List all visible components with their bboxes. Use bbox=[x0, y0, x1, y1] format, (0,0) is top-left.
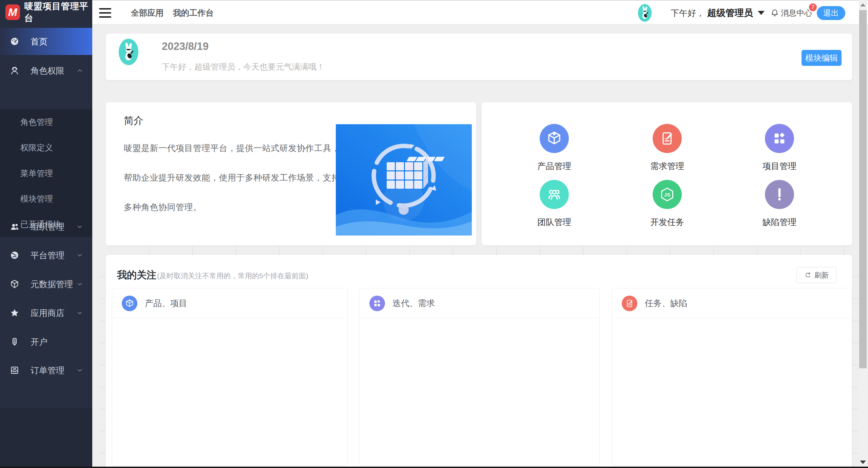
badge-icon bbox=[9, 337, 20, 347]
module-circle bbox=[765, 180, 794, 209]
follow-header: 我的关注 (及时取消关注不常用的，常用的5个排在最前面) bbox=[117, 268, 308, 282]
scroll-up-arrow-icon[interactable] bbox=[859, 0, 867, 10]
sidebar-item-home[interactable]: 首页 bbox=[0, 28, 92, 55]
sidebar-subitem-permission-definition[interactable]: 权限定义 bbox=[0, 135, 92, 160]
cube-icon bbox=[9, 279, 20, 289]
sidebar-bottom-fill bbox=[0, 408, 92, 468]
sidebar-item-label: 元数据管理 bbox=[31, 279, 73, 290]
sidebar-subitem-role-management[interactable]: 角色管理 bbox=[0, 109, 92, 135]
greeting-prefix: 下午好， bbox=[671, 7, 705, 19]
sidebar-item-app-store[interactable]: 应用商店 bbox=[0, 299, 92, 326]
intro-body: 唛盟是新一代项目管理平台，提供一站式研发协作工具，帮助企业提升研发效能，使用于多… bbox=[124, 133, 341, 222]
welcome-date: 2023/8/19 bbox=[162, 40, 209, 53]
follow-card-header: 产品、项目 bbox=[112, 288, 347, 318]
sidebar-item-label: 角色权限 bbox=[31, 65, 64, 76]
platform-illustration bbox=[336, 124, 472, 236]
vertical-scrollbar[interactable] bbox=[859, 0, 867, 468]
follow-card-header: 迭代、需求 bbox=[360, 288, 599, 318]
sidebar-item-label: 首页 bbox=[31, 36, 47, 47]
chevron-down-icon bbox=[76, 223, 83, 230]
chevron-up-icon bbox=[76, 67, 83, 74]
sidebar-item-org-management[interactable]: 组织管理 bbox=[0, 213, 92, 240]
intro-title: 简介 bbox=[124, 114, 143, 128]
chevron-down-icon bbox=[76, 367, 83, 374]
follow-card-title: 任务、缺陷 bbox=[645, 298, 687, 309]
cube-icon bbox=[125, 299, 134, 308]
follow-card-product-project[interactable]: 产品、项目 bbox=[112, 288, 348, 466]
refresh-icon bbox=[804, 272, 812, 279]
scroll-down-arrow-icon[interactable] bbox=[859, 458, 867, 467]
module-label: 团队管理 bbox=[527, 217, 581, 228]
module-circle bbox=[540, 180, 569, 209]
module-label: 产品管理 bbox=[527, 161, 581, 172]
hamburger-menu-icon[interactable] bbox=[99, 8, 111, 18]
refresh-button[interactable]: 刷新 bbox=[796, 267, 836, 283]
module-dev-tasks[interactable]: JS 开发任务 bbox=[640, 180, 694, 228]
logout-button[interactable]: 退出 bbox=[817, 6, 845, 20]
user-avatar[interactable] bbox=[638, 4, 652, 22]
chevron-down-icon bbox=[76, 280, 83, 288]
module-circle bbox=[765, 124, 794, 153]
exclamation-icon bbox=[771, 186, 788, 203]
role-headset-icon bbox=[9, 65, 20, 76]
app-logo: M bbox=[5, 4, 20, 20]
sidebar-item-label: 平台管理 bbox=[31, 250, 64, 261]
module-product-management[interactable]: 产品管理 bbox=[527, 124, 581, 172]
users-icon bbox=[9, 222, 20, 232]
chevron-down-icon bbox=[758, 11, 765, 15]
scrollbar-thumb[interactable] bbox=[859, 10, 867, 368]
star-icon bbox=[9, 308, 20, 318]
team-icon bbox=[546, 186, 562, 203]
follow-card-title: 产品、项目 bbox=[145, 298, 187, 309]
module-edit-button[interactable]: 模块编辑 bbox=[802, 50, 842, 66]
follow-subtitle: (及时取消关注不常用的，常用的5个排在最前面) bbox=[157, 271, 308, 281]
main-content: 2023/8/19 下午好，超级管理员，今天也要元气满满哦！ 模块编辑 简介 唛… bbox=[92, 24, 868, 468]
blocks-icon bbox=[771, 130, 788, 147]
sidebar-item-label: 应用商店 bbox=[31, 307, 64, 319]
sidebar-item-open-account[interactable]: 开户 bbox=[0, 328, 92, 355]
module-defect-management[interactable]: 缺陷管理 bbox=[752, 180, 807, 228]
greeting-username: 超级管理员 bbox=[707, 7, 753, 19]
modules-panel: 产品管理 需求管理 bbox=[482, 102, 852, 245]
sidebar-item-role-permission[interactable]: 角色权限 bbox=[0, 57, 92, 84]
cube-icon bbox=[546, 130, 562, 147]
follow-card-iteration-requirement[interactable]: 迭代、需求 bbox=[360, 288, 600, 466]
module-label: 缺陷管理 bbox=[752, 217, 807, 228]
sidebar-item-order-management[interactable]: 订单管理 bbox=[0, 357, 92, 384]
sidebar-item-metadata-management[interactable]: 元数据管理 bbox=[0, 270, 92, 298]
refresh-label: 刷新 bbox=[814, 270, 829, 280]
intro-panel: 简介 唛盟是新一代项目管理平台，提供一站式研发协作工具，帮助企业提升研发效能，使… bbox=[106, 102, 476, 245]
rabbit-avatar-icon bbox=[120, 41, 137, 63]
sidebar-subitem-module-management[interactable]: 模块管理 bbox=[0, 186, 92, 211]
module-circle: JS bbox=[653, 180, 682, 209]
svg-text:JS: JS bbox=[664, 192, 670, 198]
sidebar-subitem-menu-management[interactable]: 菜单管理 bbox=[0, 161, 92, 186]
nav-all-apps[interactable]: 全部应用 bbox=[131, 1, 163, 25]
dashboard-icon bbox=[9, 36, 20, 46]
card-circle bbox=[622, 296, 637, 311]
nav-my-workbench[interactable]: 我的工作台 bbox=[173, 1, 214, 25]
module-project-management[interactable]: 项目管理 bbox=[752, 124, 807, 172]
module-label: 需求管理 bbox=[640, 161, 694, 172]
card-circle bbox=[122, 296, 137, 311]
greeting-dropdown[interactable]: 下午好， 超级管理员 bbox=[671, 1, 765, 25]
module-team-management[interactable]: 团队管理 bbox=[527, 180, 581, 228]
app-root: M 唛盟项目管理平台 全部应用 我的工作台 下午好， 超级管理员 bbox=[0, 0, 868, 468]
follow-title: 我的关注 bbox=[117, 268, 156, 282]
message-center-button[interactable]: 消息中心 7 bbox=[770, 1, 812, 25]
doc-edit-icon bbox=[659, 130, 675, 147]
card-circle bbox=[369, 296, 385, 311]
sidebar-item-label: 组织管理 bbox=[31, 221, 64, 232]
welcome-panel: 2023/8/19 下午好，超级管理员，今天也要元气满满哦！ 模块编辑 bbox=[106, 34, 852, 80]
follow-card-title: 迭代、需求 bbox=[392, 298, 435, 309]
module-circle bbox=[540, 124, 569, 153]
sidebar: 首页 角色权限 角色管理 权限定义 菜单管理 模块管理 已开通模块 bbox=[0, 24, 92, 468]
message-center-label: 消息中心 bbox=[781, 8, 812, 18]
module-requirement-management[interactable]: 需求管理 bbox=[640, 124, 694, 172]
follow-card-task-defect[interactable]: 任务、缺陷 bbox=[612, 288, 852, 466]
topbar: 全部应用 我的工作台 下午好， 超级管理员 消息中心 7 bbox=[92, 0, 868, 24]
globe-icon bbox=[9, 250, 20, 260]
module-circle bbox=[653, 124, 682, 153]
bottom-edge-line bbox=[0, 467, 868, 468]
sidebar-item-platform-management[interactable]: 平台管理 bbox=[0, 242, 92, 269]
